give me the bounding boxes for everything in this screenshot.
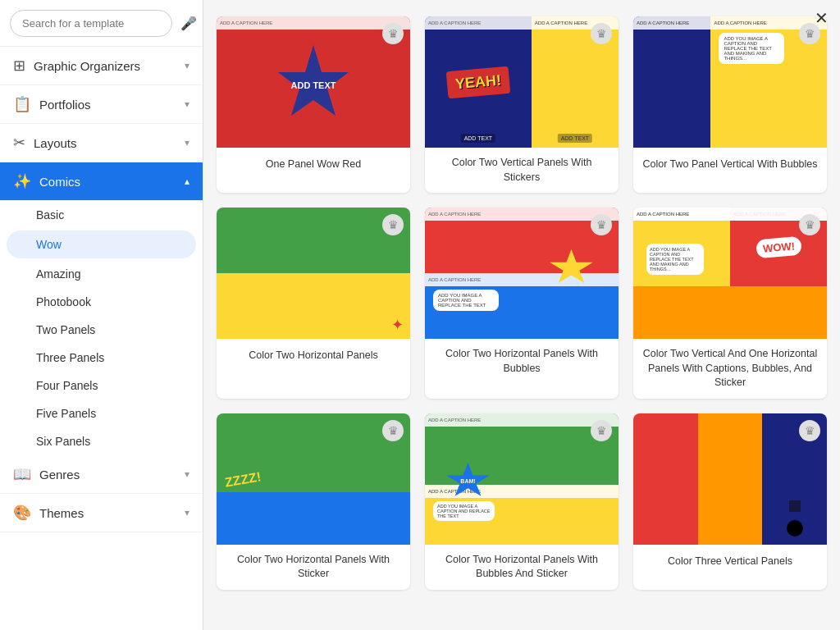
comics-icon: ✨ bbox=[13, 172, 31, 190]
sub-item-four-panels[interactable]: Four Panels bbox=[0, 372, 203, 399]
crown-badge: ♛ bbox=[799, 214, 820, 235]
template-thumbnail: ADD A CAPTION HERE ♛ ADD TEXT bbox=[217, 16, 410, 148]
add-text-label: ADD TEXT bbox=[461, 134, 496, 143]
close-button[interactable]: ✕ bbox=[815, 8, 829, 28]
panel-1: ADD A CAPTION HERE bbox=[633, 16, 710, 148]
template-card[interactable]: ♛ ADD A CAPTION HERE ADD A CAPTION HERE … bbox=[425, 208, 619, 399]
template-name: Color Two Horizontal Panels With Bubbles… bbox=[425, 545, 619, 590]
speech-bubble: ADD YOU IMAGE A CAPTION AND REPLACE THE … bbox=[719, 33, 784, 64]
crown-badge: ♛ bbox=[382, 214, 404, 235]
template-thumbnail: ♛ ADD A CAPTION HERE BAM! ADD A CAPTION … bbox=[425, 413, 619, 545]
caption-bar: ADD A CAPTION HERE bbox=[425, 273, 619, 286]
template-name: Color Two Panel Vertical With Bubbles bbox=[633, 148, 827, 182]
chevron-down-icon: ▾ bbox=[185, 468, 189, 480]
speech-bubble: ADD YOU IMAGE A CAPTION AND REPLACE THE … bbox=[646, 244, 704, 275]
graphic-organizers-icon: ⊞ bbox=[13, 57, 25, 75]
template-thumbnail: ♛ ADD A CAPTION HERE YEAH! ADD TEXT ADD … bbox=[425, 16, 619, 148]
search-input[interactable] bbox=[10, 10, 172, 37]
crown-badge: ♛ bbox=[799, 420, 820, 441]
sidebar-item-themes[interactable]: 🎨 Themes ▾ bbox=[0, 494, 203, 532]
sidebar-item-label: Graphic Organizers bbox=[34, 59, 185, 73]
mic-button[interactable]: 🎤 bbox=[177, 12, 200, 34]
panel-1: ZZZZ! bbox=[217, 413, 410, 492]
moon-shape bbox=[787, 520, 803, 536]
template-card[interactable]: ♛ ADD A CAPTION HERE YEAH! ADD TEXT ADD … bbox=[425, 16, 619, 193]
chevron-up-icon: ▴ bbox=[185, 176, 189, 187]
template-name: Color Two Horizontal Panels With Bubbles bbox=[425, 339, 619, 384]
add-text-label: ADD TEXT bbox=[558, 134, 593, 143]
panel-2 bbox=[698, 413, 763, 545]
chevron-down-icon: ▾ bbox=[185, 60, 189, 71]
template-card[interactable]: ♛ ADD A CAPTION HERE ADD YOU IMAGE A CAP… bbox=[633, 208, 827, 399]
template-card[interactable]: ♛ ADD A CAPTION HERE BAM! ADD A CAPTION … bbox=[425, 413, 619, 590]
sidebar-item-comics[interactable]: ✨ Comics ▴ bbox=[0, 162, 203, 201]
sub-item-photobook[interactable]: Photobook bbox=[0, 288, 203, 316]
template-card[interactable]: ♛ ADD A CAPTION HERE ADD A CAPTION HERE … bbox=[633, 16, 827, 193]
chevron-down-icon: ▾ bbox=[185, 137, 189, 148]
panel-2 bbox=[217, 492, 410, 545]
speech-bubble: ADD YOU IMAGE A CAPTION AND REPLACE THE … bbox=[433, 290, 499, 311]
sub-item-amazing[interactable]: Amazing bbox=[0, 260, 203, 288]
template-name: Color Three Vertical Panels bbox=[633, 545, 827, 579]
template-name: Color Two Vertical And One Horizontal Pa… bbox=[633, 339, 827, 399]
panel-h1 bbox=[217, 208, 410, 273]
caption-bar: ADD A CAPTION HERE bbox=[425, 208, 619, 221]
yeah-bubble: YEAH! bbox=[446, 66, 511, 98]
template-card[interactable]: ADD A CAPTION HERE ♛ ADD TEXT One Panel … bbox=[217, 16, 410, 193]
sidebar-item-layouts[interactable]: ✂ Layouts ▾ bbox=[0, 124, 203, 162]
sidebar-item-portfolios[interactable]: 📋 Portfolios ▾ bbox=[0, 85, 203, 124]
template-thumbnail: ♛ ADD A CAPTION HERE ADD A CAPTION HERE … bbox=[633, 16, 827, 148]
starburst-shape: ADD TEXT bbox=[264, 41, 363, 123]
crown-badge: ♛ bbox=[591, 23, 612, 44]
themes-icon: 🎨 bbox=[13, 504, 31, 522]
search-bar: 🎤 🔍 bbox=[0, 0, 203, 47]
layouts-icon: ✂ bbox=[13, 134, 25, 152]
template-name: Color Two Horizontal Panels bbox=[217, 339, 410, 373]
caption-bar: ADD A CAPTION HERE bbox=[425, 16, 532, 30]
template-thumbnail: ♛ ADD A CAPTION HERE ADD A CAPTION HERE … bbox=[425, 208, 619, 339]
chevron-down-icon: ▾ bbox=[185, 507, 189, 518]
sidebar-item-graphic-organizers[interactable]: ⊞ Graphic Organizers ▾ bbox=[0, 47, 203, 85]
panel-1 bbox=[633, 413, 698, 545]
sidebar-item-label: Genres bbox=[39, 468, 185, 482]
template-card[interactable]: ♛ ✦ Color Two Horizontal Panels bbox=[217, 208, 410, 399]
template-card[interactable]: ♛ Color Three Vertical Panels bbox=[633, 413, 827, 590]
crown-badge: ♛ bbox=[382, 420, 404, 441]
sub-item-basic[interactable]: Basic bbox=[0, 201, 203, 229]
sidebar-item-label: Layouts bbox=[34, 136, 185, 150]
main-content: ✕ ADD A CAPTION HERE ♛ ADD TEXT One Pane… bbox=[203, 0, 840, 630]
template-name: Color Two Horizontal Panels With Sticker bbox=[217, 545, 410, 590]
sidebar-item-label: Themes bbox=[39, 506, 185, 520]
template-thumbnail: ♛ ✦ bbox=[217, 208, 410, 339]
comics-sub-menu: Basic Wow Amazing Photobook Two Panels T… bbox=[0, 201, 203, 455]
template-card[interactable]: ♛ ZZZZ! Color Two Horizontal Panels With… bbox=[217, 413, 410, 590]
crown-badge: ♛ bbox=[382, 23, 404, 44]
template-thumbnail: ♛ bbox=[633, 413, 827, 545]
svg-text:ADD TEXT: ADD TEXT bbox=[291, 80, 336, 90]
caption-bar: ADD A CAPTION HERE bbox=[425, 413, 619, 427]
sub-item-two-panels[interactable]: Two Panels bbox=[0, 316, 203, 344]
wow-bubble: WOW! bbox=[756, 235, 802, 258]
template-thumbnail: ♛ ADD A CAPTION HERE ADD YOU IMAGE A CAP… bbox=[633, 208, 827, 339]
template-name: Color Two Vertical Panels With Stickers bbox=[425, 148, 619, 193]
sidebar-item-label: Comics bbox=[39, 175, 185, 189]
sub-item-six-panels[interactable]: Six Panels bbox=[0, 427, 203, 455]
sub-item-three-panels[interactable]: Three Panels bbox=[0, 344, 203, 372]
panel-h1: ADD A CAPTION HERE bbox=[425, 208, 619, 273]
template-thumbnail: ♛ ZZZZ! bbox=[217, 413, 410, 545]
sidebar-item-genres[interactable]: 📖 Genres ▾ bbox=[0, 455, 203, 494]
sub-item-wow[interactable]: Wow bbox=[7, 231, 196, 258]
genres-icon: 📖 bbox=[13, 465, 31, 483]
crown-badge: ♛ bbox=[591, 420, 612, 441]
panel-h2: ADD A CAPTION HERE ADD YOU IMAGE A CAPTI… bbox=[425, 273, 619, 339]
zzz-text: ZZZZ! bbox=[224, 469, 262, 490]
star-shape bbox=[789, 500, 801, 512]
sub-item-five-panels[interactable]: Five Panels bbox=[0, 399, 203, 427]
panel-h2: ✦ bbox=[217, 273, 410, 339]
sidebar: 🎤 🔍 ⊞ Graphic Organizers ▾ 📋 Portfolios … bbox=[0, 0, 203, 630]
panel-1: ADD A CAPTION HERE BAM! bbox=[425, 413, 619, 485]
speech-bubble: ADD YOU IMAGE A CAPTION AND REPLACE THE … bbox=[433, 501, 495, 521]
crown-badge: ♛ bbox=[591, 214, 612, 235]
caption-bar: ADD A CAPTION HERE bbox=[425, 485, 619, 498]
chevron-down-icon: ▾ bbox=[185, 98, 189, 110]
